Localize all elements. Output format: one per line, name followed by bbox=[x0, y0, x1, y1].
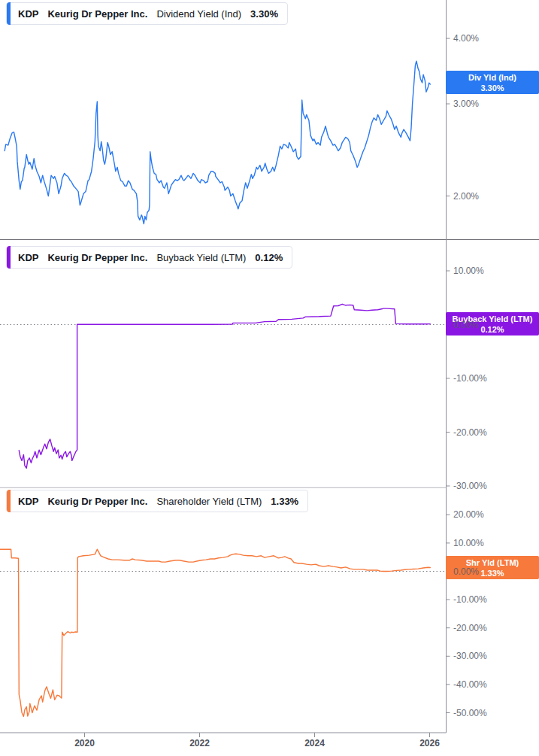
metric-value: 3.30% bbox=[250, 8, 278, 20]
y-axis-label: 0.00% bbox=[453, 566, 479, 577]
y-axis-label: -40.00% bbox=[453, 679, 487, 690]
legend-accent-bar bbox=[7, 2, 11, 25]
y-axis-label: 0.00% bbox=[453, 320, 479, 330]
metric-name: Buyback Yield (LTM) bbox=[156, 252, 246, 263]
company-name: Keurig Dr Pepper Inc. bbox=[47, 8, 147, 20]
y-axis-label: 10.00% bbox=[453, 266, 484, 276]
company-name: Keurig Dr Pepper Inc. bbox=[47, 496, 147, 507]
ticker-symbol: KDP bbox=[18, 8, 38, 20]
x-axis-label: 2022 bbox=[189, 738, 210, 748]
series-line bbox=[0, 549, 430, 716]
metric-name: Shareholder Yield (LTM) bbox=[156, 496, 262, 507]
y-axis-label: -30.00% bbox=[453, 481, 487, 491]
pane-legend-buyback-yield[interactable]: KDP Keurig Dr Pepper Inc. Buyback Yield … bbox=[6, 246, 292, 269]
y-axis-label: -20.00% bbox=[453, 427, 487, 438]
badge-metric-label: Div Yld (Ind) bbox=[446, 72, 539, 83]
y-axis-label: -10.00% bbox=[453, 594, 487, 605]
legend-accent-bar bbox=[7, 490, 11, 512]
metric-name: Dividend Yield (Ind) bbox=[156, 8, 241, 20]
y-axis-label: 10.00% bbox=[453, 538, 484, 548]
x-axis-label: 2020 bbox=[74, 738, 95, 748]
series-line bbox=[5, 61, 430, 223]
multi-pane-stock-chart: KDP Keurig Dr Pepper Inc. Dividend Yield… bbox=[0, 0, 539, 756]
y-axis-label: 4.00% bbox=[453, 33, 479, 44]
y-axis-label: -50.00% bbox=[453, 708, 487, 718]
last-value-badge-dividend-yield: Div Yld (Ind) 3.30% bbox=[446, 71, 539, 94]
metric-value: 0.12% bbox=[255, 252, 283, 263]
ticker-symbol: KDP bbox=[18, 252, 38, 263]
company-name: Keurig Dr Pepper Inc. bbox=[47, 252, 147, 263]
y-axis-label: -10.00% bbox=[453, 373, 487, 384]
pane-legend-dividend-yield[interactable]: KDP Keurig Dr Pepper Inc. Dividend Yield… bbox=[6, 2, 288, 25]
ticker-symbol: KDP bbox=[18, 496, 38, 507]
x-axis-label: 2026 bbox=[419, 738, 440, 748]
y-axis-label: 3.00% bbox=[453, 99, 479, 109]
badge-value-label: 3.30% bbox=[446, 83, 539, 93]
y-axis-label: 20.00% bbox=[453, 509, 484, 520]
y-axis-label: -30.00% bbox=[453, 651, 487, 661]
metric-value: 1.33% bbox=[271, 496, 298, 507]
series-line bbox=[19, 304, 430, 468]
x-axis-label: 2024 bbox=[304, 738, 325, 748]
y-axis-label: 2.00% bbox=[453, 191, 479, 202]
pane-legend-shareholder-yield[interactable]: KDP Keurig Dr Pepper Inc. Shareholder Yi… bbox=[6, 490, 308, 512]
y-axis-label: -20.00% bbox=[453, 623, 487, 633]
legend-accent-bar bbox=[7, 246, 11, 269]
